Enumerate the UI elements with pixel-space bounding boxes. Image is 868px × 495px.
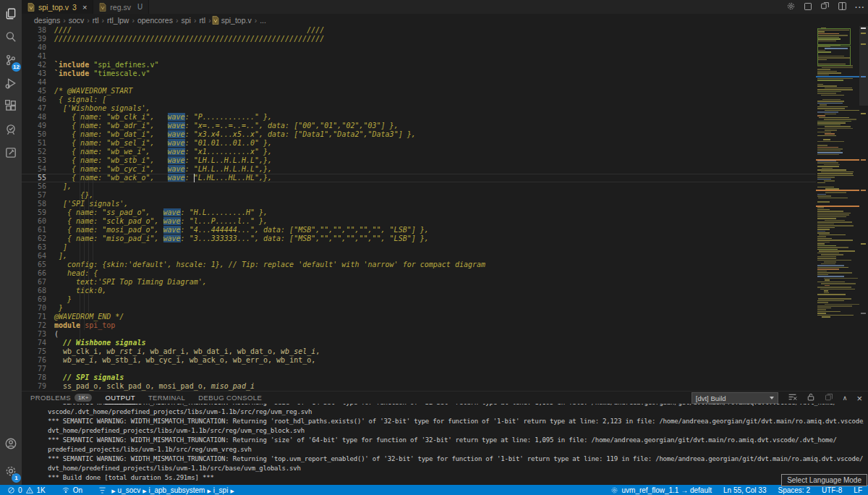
code-line[interactable]: 50 { name: "wb_dat_i", wave: "x3.x4...x5…: [22, 130, 816, 139]
minimap-line: [817, 78, 853, 80]
code-line[interactable]: 64 ],: [22, 252, 816, 261]
code-line[interactable]: 78 // SPI signals: [22, 373, 816, 382]
dvt-notes-icon[interactable]: [0, 142, 22, 164]
maximize-panel-icon[interactable]: ∧: [843, 394, 848, 402]
clear-output-icon[interactable]: [788, 392, 797, 405]
code-line[interactable]: 70 }: [22, 304, 816, 313]
code-line[interactable]: 61 { name: "mosi_pad_o", wave: "4...4444…: [22, 226, 816, 234]
source-control-badge: 12: [12, 62, 21, 72]
more-actions-icon[interactable]: ···: [855, 3, 865, 12]
code-token: module: [54, 321, 80, 329]
breadcrumb-item[interactable]: opencores: [137, 16, 173, 25]
breadcrumb-item[interactable]: designs: [34, 16, 60, 25]
design-hierarchy[interactable]: ▶u_socv▶i_apb_subsystem▶i_spi▶: [98, 486, 237, 494]
hierarchy-item[interactable]: i_spi: [213, 486, 229, 494]
code-line[interactable]: 56 ],: [22, 182, 816, 191]
code-text: //// ////: [54, 26, 324, 35]
hierarchy-item[interactable]: i_apb_subsystem: [149, 486, 205, 494]
minimap-line: [819, 234, 846, 236]
split-editor-icon[interactable]: [838, 1, 847, 14]
code-line[interactable]: 58 ['SPI signals',: [22, 200, 816, 208]
code-line[interactable]: 40: [22, 43, 816, 52]
code-line[interactable]: 67 text:'SPI Top Timing Diagram',: [22, 278, 816, 287]
settings-gear-icon[interactable]: 1: [0, 460, 22, 482]
code-line[interactable]: 59 { name: "ss_pad_o", wave: "H.L.......…: [22, 208, 816, 217]
tab-reg-sv[interactable]: reg.sv U: [93, 0, 149, 14]
code-line[interactable]: 52 { name: "wb_we_i", wave: "x1.........…: [22, 148, 816, 156]
breadcrumb-item[interactable]: ...: [260, 16, 266, 25]
close-icon[interactable]: ×: [82, 3, 87, 12]
code-line[interactable]: 47 ['Wishbone signals',: [22, 104, 816, 113]
explorer-icon[interactable]: [0, 3, 22, 25]
code-line[interactable]: 74 // Wishbone signals: [22, 339, 816, 347]
code-line[interactable]: 68 tick:0,: [22, 287, 816, 295]
cursor-position[interactable]: Ln 55, Col 33: [723, 486, 767, 494]
minimap-line: [817, 169, 846, 171]
output-channel-select[interactable]: [dvt] Build: [692, 392, 778, 404]
code-line[interactable]: 75 wb_clk_i, wb_rst_i, wb_adr_i, wb_dat_…: [22, 347, 816, 356]
code-token: ['Wishbone signals',: [54, 104, 150, 112]
breadcrumb-item[interactable]: socv: [69, 16, 85, 25]
code-line[interactable]: 57 {},: [22, 191, 816, 200]
tab-problems[interactable]: PROBLEMS 1K+: [30, 392, 92, 404]
breadcrumb-item[interactable]: rtl: [199, 16, 205, 25]
breadcrumb-item[interactable]: spi_top.v: [221, 16, 252, 25]
code-line[interactable]: 46 { signal: [: [22, 96, 816, 104]
run-debug-icon[interactable]: [0, 72, 22, 94]
code-line[interactable]: 43`include "timescale.v": [22, 69, 816, 78]
split-panel-icon[interactable]: [825, 392, 833, 405]
code-line[interactable]: 66 head: {: [22, 269, 816, 278]
eol-sequence[interactable]: LF: [854, 486, 862, 494]
code-line[interactable]: 65 config: {skin:'default', hscale: 1}, …: [22, 261, 816, 269]
tab-terminal[interactable]: TERMINAL: [148, 392, 185, 404]
settings-gear-icon[interactable]: [786, 1, 796, 14]
code-line[interactable]: 51 { name: "wb_sel_i", wave: "01.01...01…: [22, 139, 816, 148]
code-line[interactable]: 54 { name: "wb_cyc_i", wave: "LH.L..H.L.…: [22, 165, 816, 174]
breadcrumb-item[interactable]: spi: [181, 16, 190, 25]
open-preview-icon[interactable]: [820, 1, 830, 14]
hierarchy-item[interactable]: u_socv: [118, 486, 141, 494]
code-line[interactable]: 77: [22, 365, 816, 373]
code-line[interactable]: 48 { name: "wb_clk_i", wave: "P.........…: [22, 113, 816, 122]
breadcrumb-item[interactable]: rtl: [93, 16, 99, 25]
code-line[interactable]: 72module spi_top: [22, 321, 816, 330]
code-line[interactable]: 39//////////////////////////////////////…: [22, 35, 816, 43]
code-line[interactable]: 63 ]: [22, 243, 816, 252]
search-icon[interactable]: [0, 26, 22, 48]
tab-spi-top[interactable]: spi_top.v 3 ×: [22, 0, 93, 14]
code-line[interactable]: 38//// ////: [22, 26, 816, 35]
account-icon[interactable]: [0, 433, 22, 454]
breadcrumb-item[interactable]: rtl_lpw: [107, 16, 129, 25]
lock-icon[interactable]: [807, 392, 815, 405]
code-line[interactable]: 73(: [22, 330, 816, 339]
code-line[interactable]: 79 ss_pad_o, sclk_pad_o, mosi_pad_o, mis…: [22, 382, 816, 391]
code-line[interactable]: 55 { name: "wb_ack_o", wave: "L.HL...HL.…: [22, 174, 816, 182]
code-line[interactable]: 69 }: [22, 295, 816, 304]
code-line[interactable]: 71@WAVEDROM_END */: [22, 313, 816, 321]
tab-debug-console[interactable]: DEBUG CONSOLE: [198, 392, 262, 404]
code-line[interactable]: 42`include "spi_defines.v": [22, 61, 816, 69]
dvt-connection-status[interactable]: On: [61, 486, 82, 494]
editor-scrollbar[interactable]: [859, 26, 868, 391]
problems-status[interactable]: 0 1K: [7, 486, 46, 494]
code-line[interactable]: 49 { name: "wb_adr_i", wave: "x=..=..=..…: [22, 122, 816, 130]
code-line[interactable]: 62 { name: "miso_pad_i", wave: "3...3333…: [22, 234, 816, 243]
encoding[interactable]: UTF-8: [822, 486, 842, 494]
source-control-icon[interactable]: 12: [0, 49, 22, 71]
code-line[interactable]: 41: [22, 52, 816, 61]
code-line[interactable]: 44: [22, 78, 816, 87]
code-line[interactable]: 45/* @WAVEDROM_START: [22, 87, 816, 96]
minimap[interactable]: [816, 26, 859, 391]
code-line[interactable]: 60 { name: "sclk_pad_o", wave: "l...P...…: [22, 217, 816, 226]
indentation[interactable]: Spaces: 2: [778, 486, 810, 494]
close-panel-icon[interactable]: ×: [856, 394, 862, 403]
dvt-flow-status[interactable]: uvm_ref_flow_1.1 → default: [610, 486, 712, 494]
tab-output[interactable]: OUTPUT: [105, 392, 135, 405]
layout-icon[interactable]: [804, 1, 812, 14]
code-line[interactable]: 76 wb_we_i, wb_stb_i, wb_cyc_i, wb_ack_o…: [22, 356, 816, 365]
code-editor[interactable]: 38//// ////39///////////////////////////…: [22, 26, 816, 391]
code-line[interactable]: 53 { name: "wb_stb_i", wave: "LH.L..H.L.…: [22, 156, 816, 165]
extensions-icon[interactable]: [0, 96, 22, 117]
dvt-verification-icon[interactable]: [0, 119, 22, 140]
scrollbar-thumb[interactable]: [859, 26, 868, 106]
